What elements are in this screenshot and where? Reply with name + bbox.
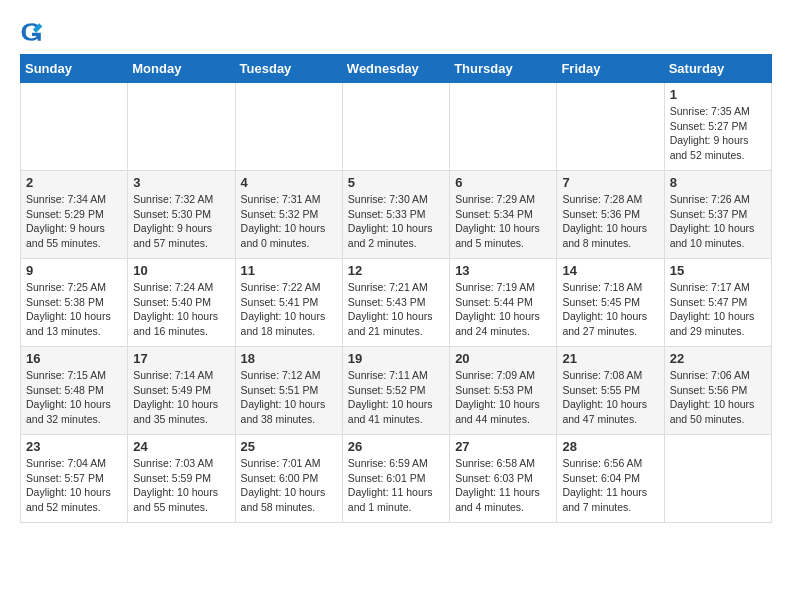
weekday-header: Monday: [128, 55, 235, 83]
calendar-cell: 7Sunrise: 7:28 AM Sunset: 5:36 PM Daylig…: [557, 171, 664, 259]
calendar-cell: [235, 83, 342, 171]
day-number: 5: [348, 175, 444, 190]
day-number: 16: [26, 351, 122, 366]
calendar-cell: 19Sunrise: 7:11 AM Sunset: 5:52 PM Dayli…: [342, 347, 449, 435]
day-number: 8: [670, 175, 766, 190]
weekday-header: Wednesday: [342, 55, 449, 83]
day-info: Sunrise: 7:22 AM Sunset: 5:41 PM Dayligh…: [241, 280, 337, 339]
day-info: Sunrise: 7:11 AM Sunset: 5:52 PM Dayligh…: [348, 368, 444, 427]
calendar-cell: [128, 83, 235, 171]
day-info: Sunrise: 6:58 AM Sunset: 6:03 PM Dayligh…: [455, 456, 551, 515]
day-info: Sunrise: 7:32 AM Sunset: 5:30 PM Dayligh…: [133, 192, 229, 251]
day-number: 25: [241, 439, 337, 454]
logo-icon: [20, 20, 44, 44]
day-info: Sunrise: 7:06 AM Sunset: 5:56 PM Dayligh…: [670, 368, 766, 427]
day-number: 6: [455, 175, 551, 190]
calendar-cell: 26Sunrise: 6:59 AM Sunset: 6:01 PM Dayli…: [342, 435, 449, 523]
day-info: Sunrise: 7:03 AM Sunset: 5:59 PM Dayligh…: [133, 456, 229, 515]
day-info: Sunrise: 7:21 AM Sunset: 5:43 PM Dayligh…: [348, 280, 444, 339]
calendar-cell: 6Sunrise: 7:29 AM Sunset: 5:34 PM Daylig…: [450, 171, 557, 259]
day-number: 10: [133, 263, 229, 278]
calendar-table: SundayMondayTuesdayWednesdayThursdayFrid…: [20, 54, 772, 523]
day-info: Sunrise: 7:01 AM Sunset: 6:00 PM Dayligh…: [241, 456, 337, 515]
day-number: 12: [348, 263, 444, 278]
calendar-cell: 14Sunrise: 7:18 AM Sunset: 5:45 PM Dayli…: [557, 259, 664, 347]
day-info: Sunrise: 7:15 AM Sunset: 5:48 PM Dayligh…: [26, 368, 122, 427]
weekday-header: Tuesday: [235, 55, 342, 83]
calendar-cell: 24Sunrise: 7:03 AM Sunset: 5:59 PM Dayli…: [128, 435, 235, 523]
calendar-cell: [450, 83, 557, 171]
day-info: Sunrise: 7:31 AM Sunset: 5:32 PM Dayligh…: [241, 192, 337, 251]
day-number: 9: [26, 263, 122, 278]
day-number: 1: [670, 87, 766, 102]
calendar-cell: [664, 435, 771, 523]
day-number: 3: [133, 175, 229, 190]
day-info: Sunrise: 6:56 AM Sunset: 6:04 PM Dayligh…: [562, 456, 658, 515]
day-info: Sunrise: 7:19 AM Sunset: 5:44 PM Dayligh…: [455, 280, 551, 339]
calendar-cell: 2Sunrise: 7:34 AM Sunset: 5:29 PM Daylig…: [21, 171, 128, 259]
calendar-cell: 23Sunrise: 7:04 AM Sunset: 5:57 PM Dayli…: [21, 435, 128, 523]
day-info: Sunrise: 7:17 AM Sunset: 5:47 PM Dayligh…: [670, 280, 766, 339]
day-number: 23: [26, 439, 122, 454]
calendar-cell: 13Sunrise: 7:19 AM Sunset: 5:44 PM Dayli…: [450, 259, 557, 347]
day-number: 15: [670, 263, 766, 278]
day-info: Sunrise: 7:30 AM Sunset: 5:33 PM Dayligh…: [348, 192, 444, 251]
day-info: Sunrise: 7:09 AM Sunset: 5:53 PM Dayligh…: [455, 368, 551, 427]
calendar-cell: 10Sunrise: 7:24 AM Sunset: 5:40 PM Dayli…: [128, 259, 235, 347]
day-info: Sunrise: 7:14 AM Sunset: 5:49 PM Dayligh…: [133, 368, 229, 427]
weekday-header: Sunday: [21, 55, 128, 83]
calendar-cell: 8Sunrise: 7:26 AM Sunset: 5:37 PM Daylig…: [664, 171, 771, 259]
day-info: Sunrise: 7:34 AM Sunset: 5:29 PM Dayligh…: [26, 192, 122, 251]
day-number: 27: [455, 439, 551, 454]
day-info: Sunrise: 7:08 AM Sunset: 5:55 PM Dayligh…: [562, 368, 658, 427]
calendar-week-row: 23Sunrise: 7:04 AM Sunset: 5:57 PM Dayli…: [21, 435, 772, 523]
day-number: 18: [241, 351, 337, 366]
day-number: 11: [241, 263, 337, 278]
weekday-header: Saturday: [664, 55, 771, 83]
day-info: Sunrise: 7:26 AM Sunset: 5:37 PM Dayligh…: [670, 192, 766, 251]
day-number: 19: [348, 351, 444, 366]
calendar-cell: 22Sunrise: 7:06 AM Sunset: 5:56 PM Dayli…: [664, 347, 771, 435]
calendar-cell: [342, 83, 449, 171]
day-number: 26: [348, 439, 444, 454]
day-info: Sunrise: 7:24 AM Sunset: 5:40 PM Dayligh…: [133, 280, 229, 339]
calendar-week-row: 1Sunrise: 7:35 AM Sunset: 5:27 PM Daylig…: [21, 83, 772, 171]
day-number: 4: [241, 175, 337, 190]
calendar-week-row: 9Sunrise: 7:25 AM Sunset: 5:38 PM Daylig…: [21, 259, 772, 347]
day-info: Sunrise: 7:18 AM Sunset: 5:45 PM Dayligh…: [562, 280, 658, 339]
calendar-cell: 1Sunrise: 7:35 AM Sunset: 5:27 PM Daylig…: [664, 83, 771, 171]
weekday-header: Friday: [557, 55, 664, 83]
day-number: 17: [133, 351, 229, 366]
day-number: 7: [562, 175, 658, 190]
calendar-cell: 28Sunrise: 6:56 AM Sunset: 6:04 PM Dayli…: [557, 435, 664, 523]
calendar-cell: 17Sunrise: 7:14 AM Sunset: 5:49 PM Dayli…: [128, 347, 235, 435]
calendar-cell: [557, 83, 664, 171]
calendar-cell: 21Sunrise: 7:08 AM Sunset: 5:55 PM Dayli…: [557, 347, 664, 435]
day-info: Sunrise: 6:59 AM Sunset: 6:01 PM Dayligh…: [348, 456, 444, 515]
day-number: 13: [455, 263, 551, 278]
day-info: Sunrise: 7:25 AM Sunset: 5:38 PM Dayligh…: [26, 280, 122, 339]
calendar-cell: 9Sunrise: 7:25 AM Sunset: 5:38 PM Daylig…: [21, 259, 128, 347]
day-number: 22: [670, 351, 766, 366]
calendar-cell: [21, 83, 128, 171]
calendar-cell: 12Sunrise: 7:21 AM Sunset: 5:43 PM Dayli…: [342, 259, 449, 347]
day-info: Sunrise: 7:29 AM Sunset: 5:34 PM Dayligh…: [455, 192, 551, 251]
calendar-week-row: 2Sunrise: 7:34 AM Sunset: 5:29 PM Daylig…: [21, 171, 772, 259]
calendar-week-row: 16Sunrise: 7:15 AM Sunset: 5:48 PM Dayli…: [21, 347, 772, 435]
day-number: 24: [133, 439, 229, 454]
calendar-cell: 27Sunrise: 6:58 AM Sunset: 6:03 PM Dayli…: [450, 435, 557, 523]
day-number: 21: [562, 351, 658, 366]
day-number: 20: [455, 351, 551, 366]
calendar-cell: 25Sunrise: 7:01 AM Sunset: 6:00 PM Dayli…: [235, 435, 342, 523]
day-info: Sunrise: 7:12 AM Sunset: 5:51 PM Dayligh…: [241, 368, 337, 427]
day-info: Sunrise: 7:04 AM Sunset: 5:57 PM Dayligh…: [26, 456, 122, 515]
day-number: 14: [562, 263, 658, 278]
calendar-cell: 4Sunrise: 7:31 AM Sunset: 5:32 PM Daylig…: [235, 171, 342, 259]
day-info: Sunrise: 7:28 AM Sunset: 5:36 PM Dayligh…: [562, 192, 658, 251]
calendar-cell: 18Sunrise: 7:12 AM Sunset: 5:51 PM Dayli…: [235, 347, 342, 435]
calendar-cell: 3Sunrise: 7:32 AM Sunset: 5:30 PM Daylig…: [128, 171, 235, 259]
day-info: Sunrise: 7:35 AM Sunset: 5:27 PM Dayligh…: [670, 104, 766, 163]
calendar-header-row: SundayMondayTuesdayWednesdayThursdayFrid…: [21, 55, 772, 83]
calendar-cell: 15Sunrise: 7:17 AM Sunset: 5:47 PM Dayli…: [664, 259, 771, 347]
calendar-cell: 20Sunrise: 7:09 AM Sunset: 5:53 PM Dayli…: [450, 347, 557, 435]
